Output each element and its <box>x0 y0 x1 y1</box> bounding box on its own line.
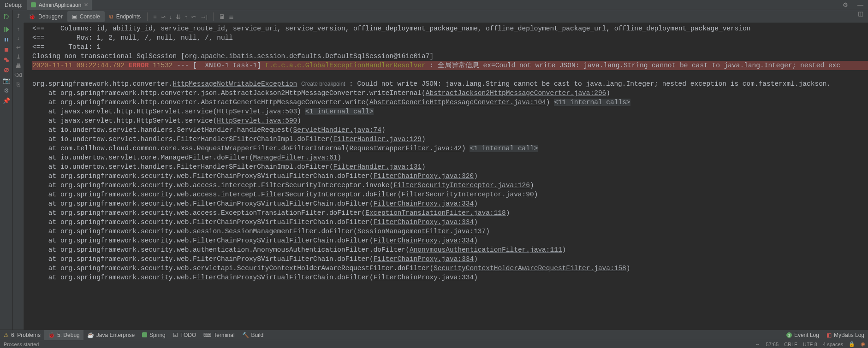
run-to-cursor-icon[interactable]: →| <box>200 13 208 20</box>
show-exec-point-icon[interactable]: ≡ <box>153 13 157 20</box>
tool-spring[interactable]: Spring <box>138 330 169 340</box>
line-separator[interactable]: CRLF <box>781 342 800 347</box>
clear-icon[interactable]: ⌫ <box>14 71 23 79</box>
stack-link[interactable]: RequestWrapperFilter.java:42 <box>349 145 462 152</box>
tool-todo-label: TODO <box>180 332 196 338</box>
stack-link[interactable]: SessionManagementFilter.java:137 <box>357 228 486 235</box>
create-breakpoint-link[interactable]: Create breakpoint <box>301 81 345 87</box>
terminal-icon: ⌨ <box>203 332 211 338</box>
stack-link[interactable]: FilterChainProxy.java:334 <box>374 200 474 207</box>
debugger-toolbar: ⤴ 🐞 Debugger ▣ Console ⧉ Endpoints ≡ ⤻ ↓… <box>0 10 868 23</box>
tool-debug-label: 5: Debug <box>57 332 80 338</box>
tool-mybatis-log[interactable]: ◧ MyBatis Log <box>823 330 868 340</box>
layout-icon[interactable]: ◫ <box>853 10 868 23</box>
stack-link[interactable]: AnonymousAuthenticationFilter.java:111 <box>410 246 562 254</box>
stack-link[interactable]: FilterChainProxy.java:334 <box>374 274 474 281</box>
trace-icon[interactable]: ≣ <box>229 13 234 20</box>
run-tab-adminapplication[interactable]: AdminApplication ✕ <box>27 0 93 10</box>
stack-link[interactable]: ServletHandler.java:74 <box>293 126 381 134</box>
step-into-icon[interactable]: ↓ <box>169 13 172 20</box>
stack-link[interactable]: SecurityContextHolderAwareRequestFilter.… <box>434 265 626 272</box>
tool-terminal[interactable]: ⌨ Terminal <box>200 330 238 340</box>
step-up-icon[interactable]: ⤴ <box>14 12 23 20</box>
stack-link[interactable]: AbstractJackson2HttpMessageConverter.jav… <box>426 89 606 97</box>
tool-event-log-label: Event Log <box>794 332 819 338</box>
down-stack-icon[interactable]: ↓ <box>14 34 23 42</box>
step-icons: ≡ ⤻ ↓ ⇊ ↑ ⤺ →| <box>149 13 211 20</box>
view-breakpoints-icon[interactable] <box>2 55 11 65</box>
tool-debug[interactable]: 🐞 5: Debug <box>44 330 83 340</box>
step-out-icon[interactable]: ↑ <box>184 13 188 20</box>
tab-debugger-label: Debugger <box>38 13 63 20</box>
scroll-end-icon[interactable]: ⤓ <box>14 53 23 61</box>
spring-icon <box>31 2 36 7</box>
svg-rect-2 <box>5 48 8 52</box>
step-over-icon[interactable]: ⤻ <box>161 13 166 20</box>
tool-build[interactable]: 🔨 Build <box>238 330 268 340</box>
resume-icon[interactable] <box>2 25 11 34</box>
stack-link[interactable]: FilterSecurityInterceptor.java:126 <box>393 182 530 189</box>
settings-gear-icon[interactable]: ⚙ <box>2 86 11 95</box>
console-gutter: ↑ ↓ ↩ ⤓ 🖶 ⌫ ⎘ <box>13 23 24 330</box>
settings-icon[interactable]: ⚙ <box>838 1 853 8</box>
up-stack-icon[interactable]: ↑ <box>14 25 23 33</box>
mute-breakpoints-icon[interactable] <box>2 65 11 75</box>
stop-icon[interactable] <box>2 45 11 54</box>
drop-frame-icon[interactable]: ⤺ <box>191 13 196 20</box>
print-icon[interactable]: 🖶 <box>14 62 23 70</box>
force-step-into-icon[interactable]: ⇊ <box>176 13 181 20</box>
console-output[interactable]: <== Columns: id, ability_id, service_rou… <box>32 23 868 330</box>
stack-link[interactable]: FilterHandler.java:129 <box>333 136 422 143</box>
stack-link[interactable]: HttpServlet.java:503 <box>217 108 297 115</box>
filter-icon[interactable]: ⎘ <box>14 80 23 88</box>
debug-tabstrip: Debug: AdminApplication ✕ ⚙ — <box>0 0 868 10</box>
hide-icon[interactable]: — <box>853 1 868 8</box>
memory-icon[interactable]: ◉ <box>858 341 868 347</box>
hammer-icon: 🔨 <box>242 332 249 338</box>
readonly-lock-icon[interactable]: 🔒 <box>846 341 858 347</box>
file-encoding[interactable]: UTF-8 <box>800 342 820 347</box>
stack-link[interactable]: FilterSecurityInterceptor.java:90 <box>402 191 534 198</box>
pin-icon[interactable]: 📌 <box>2 96 11 105</box>
stack-link[interactable]: ManagedFilter.java:61 <box>253 154 338 161</box>
run-tab-label: AdminApplication <box>39 2 82 8</box>
separator <box>213 12 214 21</box>
tab-debugger[interactable]: 🐞 Debugger <box>24 11 67 22</box>
pause-icon[interactable] <box>2 35 11 44</box>
todo-icon: ☑ <box>173 332 178 338</box>
evaluate-icon[interactable]: 🖩 <box>219 13 225 20</box>
tab-console-label: Console <box>80 13 100 20</box>
rerun-icon[interactable] <box>2 12 11 21</box>
stack-link[interactable]: HttpServlet.java:590 <box>217 117 297 124</box>
svg-point-4 <box>6 59 9 62</box>
close-icon[interactable]: ✕ <box>84 2 88 8</box>
spring-icon <box>142 332 147 337</box>
tool-spring-label: Spring <box>149 332 166 338</box>
stack-link[interactable]: FilterHandler.java:131 <box>333 163 422 171</box>
indent-setting[interactable]: 4 spaces <box>820 342 846 347</box>
tool-problems-label: 6: Problems <box>11 332 41 338</box>
stack-link[interactable]: ExceptionTranslationFilter.java:118 <box>365 209 506 217</box>
status-bar: Process started ↔ 57:65 CRLF UTF-8 4 spa… <box>0 340 868 348</box>
stack-link[interactable]: FilterChainProxy.java:334 <box>374 218 474 226</box>
svg-rect-1 <box>7 38 8 41</box>
tab-endpoints[interactable]: ⧉ Endpoints <box>105 11 145 22</box>
tool-problems[interactable]: ⚠ 6: Problems <box>0 330 44 340</box>
stack-link[interactable]: FilterChainProxy.java:334 <box>374 255 474 263</box>
eval-icons: 🖩 ≣ <box>215 13 238 20</box>
caret-position[interactable]: 57:65 <box>763 342 782 347</box>
goto-icon[interactable]: ↔ <box>753 342 763 347</box>
tool-todo[interactable]: ☑ TODO <box>169 330 200 340</box>
stack-link[interactable]: FilterChainProxy.java:320 <box>374 172 474 180</box>
stack-link[interactable]: AbstractGenericHttpMessageConverter.java… <box>369 99 546 106</box>
tool-java-enterprise[interactable]: ☕ Java Enterprise <box>83 330 138 340</box>
soft-wrap-icon[interactable]: ↩ <box>14 43 23 52</box>
camera-icon[interactable]: 📷 <box>2 76 11 85</box>
tab-console[interactable]: ▣ Console <box>67 11 105 22</box>
tool-terminal-label: Terminal <box>214 332 234 338</box>
rerun-cell <box>0 10 13 23</box>
svg-rect-0 <box>5 38 6 41</box>
exception-link[interactable]: HttpMessageNotWritableException <box>173 80 297 88</box>
tool-event-log[interactable]: 1 Event Log <box>783 330 823 340</box>
stack-link[interactable]: FilterChainProxy.java:334 <box>374 237 474 244</box>
